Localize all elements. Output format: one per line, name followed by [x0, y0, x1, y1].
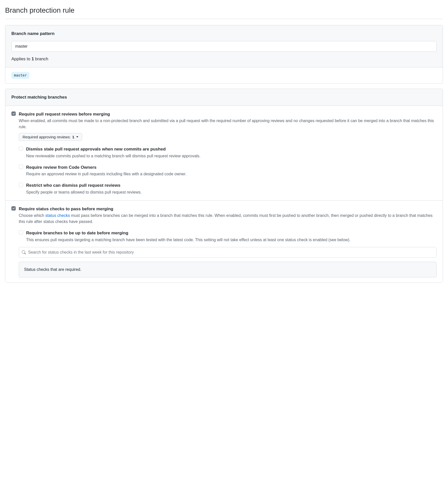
- dismiss-stale-desc: New reviewable commits pushed to a match…: [26, 153, 437, 159]
- require-pr-checkbox[interactable]: [11, 111, 16, 116]
- applies-suffix: branch: [34, 56, 48, 61]
- branch-pattern-box: Branch name pattern Applies to 1 branch …: [5, 25, 443, 84]
- require-status-desc-suffix: must pass before branches can be merged …: [19, 213, 433, 224]
- code-owners-item: Require review from Code Owners Require …: [19, 164, 437, 177]
- restrict-dismiss-row: Restrict who can dismiss pull request re…: [19, 182, 437, 195]
- required-reviews-count: 1: [72, 135, 74, 139]
- status-search-container: [19, 247, 437, 258]
- branch-pattern-header: Branch name pattern Applies to 1 branch: [5, 25, 443, 67]
- require-pr-row: Require pull request reviews before merg…: [5, 106, 443, 200]
- required-status-list: Status checks that are required.: [19, 262, 437, 277]
- require-status-row: Require status checks to pass before mer…: [5, 200, 443, 282]
- restrict-dismiss-checkbox[interactable]: [19, 183, 23, 187]
- require-pr-item: Require pull request reviews before merg…: [11, 111, 437, 130]
- up-to-date-checkbox[interactable]: [19, 230, 23, 235]
- page-title: Branch protection rule: [5, 5, 443, 19]
- dismiss-stale-content: Dismiss stale pull request approvals whe…: [26, 146, 437, 159]
- restrict-dismiss-content: Restrict who can dismiss pull request re…: [26, 182, 437, 195]
- require-pr-label: Require pull request reviews before merg…: [19, 111, 437, 118]
- restrict-dismiss-label: Restrict who can dismiss pull request re…: [26, 182, 437, 189]
- required-reviews-dropdown[interactable]: Required approving reviews: 1: [19, 133, 82, 141]
- search-icon: [22, 250, 26, 254]
- require-status-desc-prefix: Choose which: [19, 213, 45, 218]
- applies-prefix: Applies to: [11, 56, 31, 61]
- up-to-date-desc: This ensures pull requests targeting a m…: [26, 237, 437, 243]
- branch-pattern-heading: Branch name pattern: [11, 30, 437, 37]
- caret-down-icon: [76, 136, 78, 138]
- require-status-item: Require status checks to pass before mer…: [11, 206, 437, 225]
- restrict-dismiss-item: Restrict who can dismiss pull request re…: [19, 182, 437, 195]
- dismiss-stale-checkbox[interactable]: [19, 146, 23, 151]
- applies-count: 1: [31, 56, 34, 61]
- restrict-dismiss-desc: Specify people or teams allowed to dismi…: [26, 189, 437, 195]
- require-pr-content: Require pull request reviews before merg…: [19, 111, 437, 130]
- require-status-desc: Choose which status checks must pass bef…: [19, 213, 437, 225]
- dismiss-stale-item: Dismiss stale pull request approvals whe…: [19, 146, 437, 159]
- status-checks-link[interactable]: status checks: [45, 213, 70, 218]
- protect-heading: Protect matching branches: [5, 89, 443, 106]
- require-pr-desc: When enabled, all commits must be made t…: [19, 118, 437, 130]
- status-search-input[interactable]: [19, 247, 437, 258]
- branch-chip-master: master: [11, 72, 29, 79]
- require-status-checkbox[interactable]: [11, 206, 16, 211]
- up-to-date-label: Require branches to be up to date before…: [26, 230, 437, 236]
- dismiss-stale-row: Dismiss stale pull request approvals whe…: [19, 146, 437, 159]
- code-owners-checkbox[interactable]: [19, 165, 23, 169]
- up-to-date-content: Require branches to be up to date before…: [26, 230, 437, 243]
- applies-to-text: Applies to 1 branch: [11, 56, 437, 62]
- code-owners-label: Require review from Code Owners: [26, 164, 437, 171]
- require-status-content: Require status checks to pass before mer…: [19, 206, 437, 225]
- up-to-date-item: Require branches to be up to date before…: [19, 230, 437, 243]
- branch-list: master: [5, 67, 443, 83]
- up-to-date-row: Require branches to be up to date before…: [19, 230, 437, 243]
- dismiss-stale-label: Dismiss stale pull request approvals whe…: [26, 146, 437, 153]
- branch-pattern-input[interactable]: [11, 41, 437, 52]
- code-owners-content: Require review from Code Owners Require …: [26, 164, 437, 177]
- required-reviews-prefix: Required approving reviews:: [23, 135, 71, 139]
- code-owners-desc: Require an approved review in pull reque…: [26, 171, 437, 177]
- status-checks-nested: Status checks that are required.: [19, 247, 437, 277]
- protect-box: Protect matching branches Require pull r…: [5, 89, 443, 283]
- code-owners-row: Require review from Code Owners Require …: [19, 164, 437, 177]
- require-status-label: Require status checks to pass before mer…: [19, 206, 437, 212]
